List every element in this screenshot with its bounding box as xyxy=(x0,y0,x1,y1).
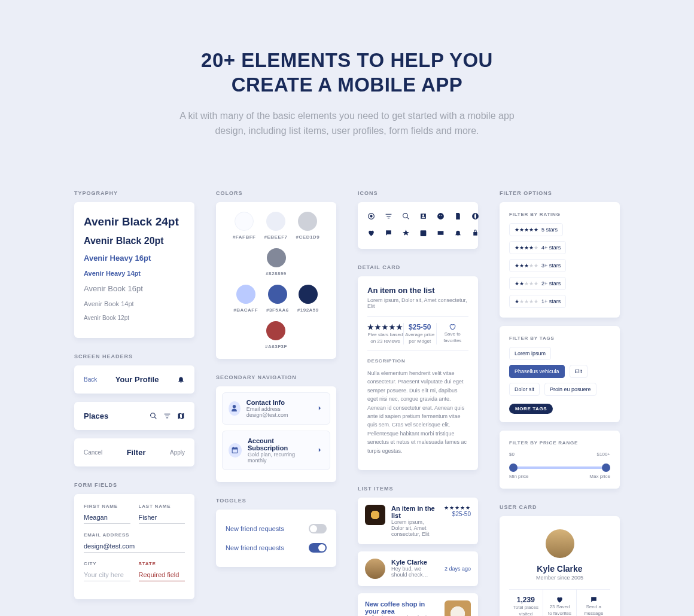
secondary-nav-card: Contact Info Email address design@test.c… xyxy=(216,386,336,482)
document-icon xyxy=(454,212,462,222)
rating-chip[interactable]: ★★★★★ 3+ stars xyxy=(509,259,566,272)
back-button[interactable]: Back xyxy=(84,376,97,383)
slider-handle-max[interactable] xyxy=(602,463,610,472)
first-name-input[interactable] xyxy=(84,511,130,524)
detail-stat-rating: ★★★★★ Five stars basedon 23 reviews xyxy=(367,323,404,344)
thumbnail xyxy=(445,600,471,616)
filter-price-card: FILTER BY PRICE RANGE $0$100+ Min priceM… xyxy=(500,431,620,489)
typo-sample: Avenir Black 24pt xyxy=(84,215,185,228)
tag-chip[interactable]: Dolor sit xyxy=(509,383,540,396)
calendar-icon xyxy=(419,228,427,239)
list-item-price: $25-50 xyxy=(444,511,471,517)
chevron-right-icon xyxy=(316,446,324,454)
header-profile: Back Your Profile xyxy=(74,365,194,394)
calendar-icon xyxy=(229,443,242,458)
typo-sample: Avenir Book 12pt xyxy=(84,315,185,321)
detail-card: An item on the list Lorem ipsum, Dolor s… xyxy=(358,276,478,470)
city-field: CITY xyxy=(84,561,130,581)
search-icon[interactable] xyxy=(150,412,157,420)
detail-title: An item on the list xyxy=(367,286,468,295)
user-since: Member since 2005 xyxy=(509,575,610,581)
color-swatch: #3F5AA6 xyxy=(266,285,289,313)
list-item-sub: Hey bud, we should check… xyxy=(391,566,439,578)
filter-icon[interactable] xyxy=(163,412,171,420)
field-label: LAST NAME xyxy=(139,504,185,509)
color-swatch: #BACAFF xyxy=(233,285,258,313)
user-stat-message[interactable]: Send amessage xyxy=(577,590,610,616)
price-max: $100+ xyxy=(597,452,610,457)
last-name-input[interactable] xyxy=(139,511,185,524)
field-label: FIRST NAME xyxy=(84,504,130,509)
state-field: STATE xyxy=(139,561,185,581)
card-icon xyxy=(437,228,445,239)
label-filter-options: FILTER OPTIONS xyxy=(500,190,620,196)
color-swatch: #A63F3F xyxy=(265,321,287,349)
nav-item-sub: Gold plan, recurring monthly xyxy=(248,452,310,463)
rating-chip[interactable]: ★★★★★ 1+ stars xyxy=(509,295,566,308)
smile-icon xyxy=(437,212,445,222)
price-min: $0 xyxy=(509,452,515,457)
typo-sample: Avenir Heavy 14pt xyxy=(84,270,185,277)
detail-stat-price: $25-50 Average priceper widget xyxy=(404,323,437,344)
typo-sample: Avenir Heavy 16pt xyxy=(84,254,185,263)
tag-chip[interactable]: Lorem ipsum xyxy=(509,347,551,360)
rating-chip[interactable]: ★★★★★ 4+ stars xyxy=(509,241,566,254)
color-swatch: #192A59 xyxy=(297,285,319,313)
city-input[interactable] xyxy=(84,569,130,581)
user-card: Kyle Clarke Member since 2005 1,239 Tota… xyxy=(500,516,620,616)
cancel-button[interactable]: Cancel xyxy=(84,449,102,456)
colors-card: #FAFBFF#EBEEF7#CED1D9#828899 #BACAFF#3F5… xyxy=(216,202,336,359)
label-icons: ICONS xyxy=(358,190,478,196)
price-range-slider[interactable] xyxy=(512,466,608,469)
rating-chip[interactable]: ★★★★★ 2+ stars xyxy=(509,277,566,290)
tag-chip[interactable]: Elit xyxy=(570,365,588,378)
hero-title: 20+ ELEMENTS TO HELP YOU CREATE A MOBILE… xyxy=(156,48,538,97)
nav-item-sub: Email address design@test.com xyxy=(246,406,310,418)
email-input[interactable] xyxy=(84,540,185,553)
bell-icon[interactable] xyxy=(177,376,185,383)
header-filter: Cancel Filter Apply xyxy=(74,438,194,466)
toggle-on[interactable] xyxy=(309,543,327,553)
last-name-field: LAST NAME xyxy=(139,504,185,524)
state-input[interactable] xyxy=(139,569,185,581)
list-item[interactable]: An item in the list Lorem ipsum, Dolor s… xyxy=(358,498,478,544)
label-user-card: USER CARD xyxy=(500,504,620,510)
map-icon[interactable] xyxy=(177,412,185,420)
hero: 20+ ELEMENTS TO HELP YOU CREATE A MOBILE… xyxy=(156,48,538,139)
tag-chip[interactable]: Phasellus vehicula xyxy=(509,365,565,378)
nav-item-title: Contact Info xyxy=(246,399,310,406)
apply-button[interactable]: Apply xyxy=(170,449,185,456)
lock-icon xyxy=(471,228,479,239)
user-stat-favorites[interactable]: 23 Savedto favorites xyxy=(543,590,577,616)
label-typography: TYPOGRAPHY xyxy=(74,190,194,196)
desc-label: DESCRIPTION xyxy=(367,358,468,364)
form-card: FIRST NAME LAST NAME EMAIL ADDRESS CITY xyxy=(74,494,194,599)
list-item[interactable]: New coffee shop in your area Nulla eleme… xyxy=(358,593,478,616)
nav-item-subscription[interactable]: Account Subscription Gold plan, recurrin… xyxy=(222,431,330,470)
field-label: EMAIL ADDRESS xyxy=(84,532,185,538)
list-item-title: An item in the list xyxy=(391,505,438,519)
color-swatch: #CED1D9 xyxy=(296,212,320,240)
list-item-title: New coffee shop in your area xyxy=(365,600,439,615)
more-tags-button[interactable]: MORE TAGS xyxy=(509,404,553,414)
list-item[interactable]: Kyle Clarke Hey bud, we should check… 2 … xyxy=(358,551,478,586)
min-price-label: Min price xyxy=(509,474,528,479)
toggle-label: New friend requests xyxy=(226,544,284,551)
detail-sub: Lorem ipsum, Dolor sit, Amet consectetur… xyxy=(367,297,468,309)
desc-text: Nulla elementum hendrerit velit vitae co… xyxy=(367,369,468,455)
bell-icon xyxy=(454,228,462,239)
filter-sub-label: FILTER BY RATING xyxy=(509,212,610,217)
label-form-fields: FORM FIELDS xyxy=(74,482,194,488)
color-swatch: #828899 xyxy=(266,248,287,276)
filter-sub-label: FILTER BY PRICE RANGE xyxy=(509,440,610,446)
slider-handle-min[interactable] xyxy=(509,463,518,472)
rating-chip[interactable]: ★★★★★ 5 stars xyxy=(509,223,563,236)
toggle-off[interactable] xyxy=(309,524,327,533)
tag-chip[interactable]: Proin eu posuere xyxy=(544,383,596,396)
nav-item-title: Account Subscription xyxy=(248,437,310,452)
detail-stat-favorite[interactable]: Save tofavorites xyxy=(437,323,469,344)
typo-sample: Avenir Book 16pt xyxy=(84,284,185,293)
email-field: EMAIL ADDRESS xyxy=(84,532,185,553)
label-toggles: TOGGLES xyxy=(216,498,336,504)
nav-item-contact[interactable]: Contact Info Email address design@test.c… xyxy=(222,392,330,425)
